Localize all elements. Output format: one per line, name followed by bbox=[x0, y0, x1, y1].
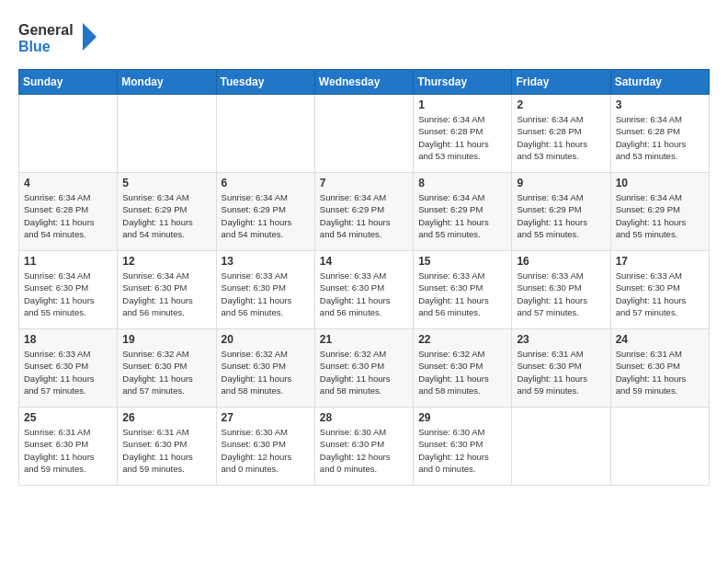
day-number: 20 bbox=[222, 333, 310, 346]
logo: GeneralBlue bbox=[18, 18, 101, 60]
day-number: 29 bbox=[418, 411, 506, 424]
header-wednesday: Wednesday bbox=[314, 70, 413, 95]
day-number: 28 bbox=[320, 411, 408, 424]
calendar-cell bbox=[512, 408, 610, 486]
calendar-cell: 16Sunrise: 6:33 AM Sunset: 6:30 PM Dayli… bbox=[512, 251, 610, 329]
calendar-cell: 21Sunrise: 6:32 AM Sunset: 6:30 PM Dayli… bbox=[314, 329, 413, 408]
calendar-cell: 14Sunrise: 6:33 AM Sunset: 6:30 PM Dayli… bbox=[314, 251, 413, 329]
calendar-table: SundayMondayTuesdayWednesdayThursdayFrid… bbox=[18, 69, 710, 486]
svg-text:Blue: Blue bbox=[18, 39, 51, 54]
calendar-cell bbox=[216, 95, 314, 173]
week-row-0: 1Sunrise: 6:34 AM Sunset: 6:28 PM Daylig… bbox=[19, 95, 710, 173]
calendar-header: SundayMondayTuesdayWednesdayThursdayFrid… bbox=[19, 70, 710, 95]
day-number: 5 bbox=[122, 177, 210, 190]
day-info: Sunrise: 6:31 AM Sunset: 6:30 PM Dayligh… bbox=[616, 348, 704, 396]
day-number: 4 bbox=[24, 177, 112, 190]
calendar-cell: 23Sunrise: 6:31 AM Sunset: 6:30 PM Dayli… bbox=[512, 329, 610, 408]
day-number: 25 bbox=[24, 411, 112, 424]
day-info: Sunrise: 6:32 AM Sunset: 6:30 PM Dayligh… bbox=[418, 348, 506, 396]
header-saturday: Saturday bbox=[610, 70, 709, 95]
day-number: 18 bbox=[24, 333, 112, 346]
header-sunday: Sunday bbox=[19, 70, 118, 95]
calendar-cell: 5Sunrise: 6:34 AM Sunset: 6:29 PM Daylig… bbox=[118, 173, 216, 251]
week-row-2: 11Sunrise: 6:34 AM Sunset: 6:30 PM Dayli… bbox=[19, 251, 710, 329]
day-info: Sunrise: 6:33 AM Sunset: 6:30 PM Dayligh… bbox=[616, 270, 704, 318]
day-info: Sunrise: 6:34 AM Sunset: 6:29 PM Dayligh… bbox=[517, 191, 605, 240]
week-row-4: 25Sunrise: 6:31 AM Sunset: 6:30 PM Dayli… bbox=[19, 408, 710, 486]
svg-text:General: General bbox=[18, 22, 74, 38]
day-info: Sunrise: 6:34 AM Sunset: 6:28 PM Dayligh… bbox=[24, 191, 112, 240]
header-thursday: Thursday bbox=[414, 70, 512, 95]
calendar-cell bbox=[19, 95, 118, 173]
day-info: Sunrise: 6:34 AM Sunset: 6:29 PM Dayligh… bbox=[320, 191, 408, 240]
week-row-1: 4Sunrise: 6:34 AM Sunset: 6:28 PM Daylig… bbox=[19, 173, 710, 251]
day-info: Sunrise: 6:33 AM Sunset: 6:30 PM Dayligh… bbox=[222, 270, 310, 318]
calendar-cell: 27Sunrise: 6:30 AM Sunset: 6:30 PM Dayli… bbox=[216, 408, 314, 486]
day-number: 27 bbox=[222, 411, 310, 424]
day-number: 8 bbox=[418, 177, 506, 190]
day-number: 26 bbox=[122, 411, 210, 424]
day-number: 21 bbox=[320, 333, 408, 346]
calendar-cell: 1Sunrise: 6:34 AM Sunset: 6:28 PM Daylig… bbox=[414, 95, 512, 173]
day-number: 23 bbox=[517, 333, 605, 346]
day-number: 14 bbox=[320, 255, 408, 268]
calendar-cell: 12Sunrise: 6:34 AM Sunset: 6:30 PM Dayli… bbox=[118, 251, 216, 329]
day-info: Sunrise: 6:32 AM Sunset: 6:30 PM Dayligh… bbox=[122, 348, 210, 396]
calendar-body: 1Sunrise: 6:34 AM Sunset: 6:28 PM Daylig… bbox=[19, 95, 710, 486]
day-info: Sunrise: 6:34 AM Sunset: 6:28 PM Dayligh… bbox=[616, 113, 704, 162]
day-info: Sunrise: 6:31 AM Sunset: 6:30 PM Dayligh… bbox=[24, 426, 112, 475]
day-info: Sunrise: 6:34 AM Sunset: 6:29 PM Dayligh… bbox=[418, 191, 506, 240]
calendar-cell bbox=[314, 95, 413, 173]
day-number: 6 bbox=[222, 177, 310, 190]
day-number: 1 bbox=[418, 98, 506, 111]
day-info: Sunrise: 6:31 AM Sunset: 6:30 PM Dayligh… bbox=[517, 348, 605, 396]
day-info: Sunrise: 6:34 AM Sunset: 6:30 PM Dayligh… bbox=[122, 270, 210, 318]
calendar-cell: 8Sunrise: 6:34 AM Sunset: 6:29 PM Daylig… bbox=[414, 173, 512, 251]
day-number: 11 bbox=[24, 255, 112, 268]
day-info: Sunrise: 6:34 AM Sunset: 6:30 PM Dayligh… bbox=[24, 270, 112, 318]
header-tuesday: Tuesday bbox=[216, 70, 314, 95]
calendar-cell bbox=[610, 408, 709, 486]
day-info: Sunrise: 6:33 AM Sunset: 6:30 PM Dayligh… bbox=[418, 270, 506, 318]
day-number: 22 bbox=[418, 333, 506, 346]
day-info: Sunrise: 6:34 AM Sunset: 6:29 PM Dayligh… bbox=[616, 191, 704, 240]
calendar-cell: 26Sunrise: 6:31 AM Sunset: 6:30 PM Dayli… bbox=[118, 408, 216, 486]
day-number: 19 bbox=[122, 333, 210, 346]
calendar-cell: 3Sunrise: 6:34 AM Sunset: 6:28 PM Daylig… bbox=[610, 95, 709, 173]
header-friday: Friday bbox=[512, 70, 610, 95]
day-number: 3 bbox=[616, 98, 704, 111]
header-monday: Monday bbox=[118, 70, 216, 95]
logo-svg: GeneralBlue bbox=[18, 18, 101, 60]
calendar-cell: 18Sunrise: 6:33 AM Sunset: 6:30 PM Dayli… bbox=[19, 329, 118, 408]
day-number: 9 bbox=[517, 177, 605, 190]
day-number: 15 bbox=[418, 255, 506, 268]
day-info: Sunrise: 6:32 AM Sunset: 6:30 PM Dayligh… bbox=[222, 348, 310, 396]
calendar-cell: 22Sunrise: 6:32 AM Sunset: 6:30 PM Dayli… bbox=[414, 329, 512, 408]
day-info: Sunrise: 6:34 AM Sunset: 6:29 PM Dayligh… bbox=[122, 191, 210, 240]
calendar-cell: 19Sunrise: 6:32 AM Sunset: 6:30 PM Dayli… bbox=[118, 329, 216, 408]
calendar-cell: 10Sunrise: 6:34 AM Sunset: 6:29 PM Dayli… bbox=[610, 173, 709, 251]
calendar-cell: 15Sunrise: 6:33 AM Sunset: 6:30 PM Dayli… bbox=[414, 251, 512, 329]
day-info: Sunrise: 6:32 AM Sunset: 6:30 PM Dayligh… bbox=[320, 348, 408, 396]
day-number: 13 bbox=[222, 255, 310, 268]
calendar-cell: 17Sunrise: 6:33 AM Sunset: 6:30 PM Dayli… bbox=[610, 251, 709, 329]
header-row: SundayMondayTuesdayWednesdayThursdayFrid… bbox=[19, 70, 710, 95]
calendar-cell: 4Sunrise: 6:34 AM Sunset: 6:28 PM Daylig… bbox=[19, 173, 118, 251]
day-info: Sunrise: 6:30 AM Sunset: 6:30 PM Dayligh… bbox=[320, 426, 408, 475]
day-number: 2 bbox=[517, 98, 605, 111]
day-info: Sunrise: 6:30 AM Sunset: 6:30 PM Dayligh… bbox=[222, 426, 310, 475]
day-number: 12 bbox=[122, 255, 210, 268]
calendar-cell: 20Sunrise: 6:32 AM Sunset: 6:30 PM Dayli… bbox=[216, 329, 314, 408]
week-row-3: 18Sunrise: 6:33 AM Sunset: 6:30 PM Dayli… bbox=[19, 329, 710, 408]
day-info: Sunrise: 6:33 AM Sunset: 6:30 PM Dayligh… bbox=[24, 348, 112, 396]
calendar-cell: 11Sunrise: 6:34 AM Sunset: 6:30 PM Dayli… bbox=[19, 251, 118, 329]
day-number: 10 bbox=[616, 177, 704, 190]
day-info: Sunrise: 6:34 AM Sunset: 6:28 PM Dayligh… bbox=[517, 113, 605, 162]
calendar-cell: 29Sunrise: 6:30 AM Sunset: 6:30 PM Dayli… bbox=[414, 408, 512, 486]
calendar-cell: 6Sunrise: 6:34 AM Sunset: 6:29 PM Daylig… bbox=[216, 173, 314, 251]
svg-marker-2 bbox=[83, 23, 97, 51]
day-number: 7 bbox=[320, 177, 408, 190]
day-number: 16 bbox=[517, 255, 605, 268]
calendar-cell: 28Sunrise: 6:30 AM Sunset: 6:30 PM Dayli… bbox=[314, 408, 413, 486]
calendar-cell: 7Sunrise: 6:34 AM Sunset: 6:29 PM Daylig… bbox=[314, 173, 413, 251]
